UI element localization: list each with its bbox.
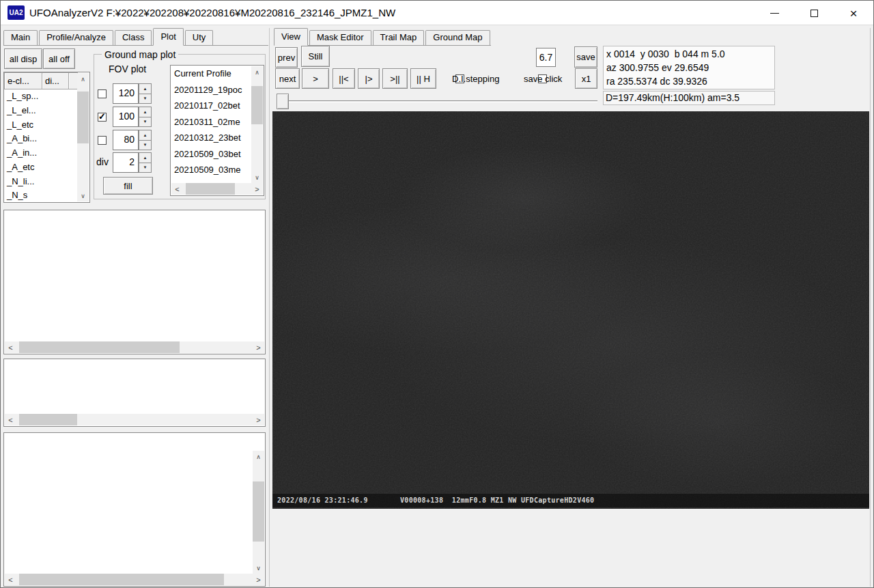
tab-view[interactable]: View <box>274 28 308 46</box>
panel-divider <box>269 28 270 587</box>
scroll-thumb[interactable] <box>186 183 235 195</box>
div-spinner-down-icon[interactable]: ▼ <box>139 163 152 173</box>
scroll-right-icon[interactable]: > <box>251 183 263 195</box>
fov-value-field[interactable]: 80 <box>113 130 139 150</box>
scroll-thumb[interactable] <box>19 574 224 585</box>
scroll-down-icon[interactable]: ∨ <box>77 190 89 201</box>
clip-table: ∧ ∨ < > <box>3 432 266 587</box>
clip-table-hscrollbar[interactable]: < > <box>5 574 264 585</box>
fov-value-field[interactable]: 120 <box>113 83 139 104</box>
distance-readout: D=197.49km(H:100km) am=3.5 <box>603 91 775 105</box>
tab-main[interactable]: Main <box>3 30 38 45</box>
scroll-left-icon[interactable]: < <box>5 574 16 585</box>
scroll-up-icon[interactable]: ∧ <box>253 451 264 462</box>
tab-profile-analyze[interactable]: Profile/Analyze <box>39 30 113 45</box>
to-start-button[interactable]: ||< <box>333 68 355 89</box>
profile-item[interactable]: 20201129_19poc <box>171 82 264 98</box>
scroll-down-icon[interactable]: ∨ <box>251 171 263 183</box>
scroll-track[interactable] <box>183 183 251 195</box>
column-header-eclass[interactable]: e-cl... <box>4 72 42 89</box>
x1-zoom-button[interactable]: x1 <box>575 68 597 89</box>
readout-azev: az 300.9755 ev 29.6549 <box>606 61 774 74</box>
code-table-hscrollbar[interactable]: < > <box>5 341 264 353</box>
title-bar[interactable]: UA2 UFOAnalyzerV2 F:¥2022¥202208¥2022081… <box>1 1 873 25</box>
readout-radc: ra 235.5374 dc 39.9326 <box>606 74 774 88</box>
profile-item[interactable]: 20210509_03bet <box>171 146 264 163</box>
s-value-field[interactable]: 6.7 <box>536 48 556 67</box>
scroll-left-icon[interactable]: < <box>5 414 16 425</box>
scroll-track[interactable] <box>253 462 264 562</box>
all-disp-button[interactable]: all disp <box>4 48 42 69</box>
tab-mask-editor[interactable]: Mask Editor <box>309 30 371 45</box>
fov-spinner-down-icon[interactable]: ▼ <box>139 117 152 128</box>
tab-ground-map[interactable]: Ground Map <box>425 30 490 45</box>
class-list-scrollbar[interactable]: ∧ ∨ <box>77 73 89 201</box>
fov-spinner-up-icon[interactable]: ▲ <box>139 107 152 117</box>
profile-item[interactable]: Current Profile <box>171 66 264 82</box>
minimize-button[interactable] <box>759 1 790 25</box>
fov-value-field[interactable]: 100 <box>113 107 139 127</box>
hold-button[interactable]: || H <box>410 68 436 89</box>
class-table-hscrollbar[interactable]: < > <box>5 414 264 425</box>
scroll-thumb[interactable] <box>253 481 264 542</box>
scroll-right-icon[interactable]: > <box>253 574 264 585</box>
position-readout: x 0014 y 0030 b 044 m 5.0 az 300.9755 ev… <box>603 46 775 89</box>
maximize-button[interactable] <box>798 1 830 25</box>
frame-slider-thumb[interactable] <box>277 94 289 109</box>
profile-item[interactable]: 20210312_23bet <box>171 130 264 146</box>
video-frame[interactable]: 2022/08/16 23:21:46.9 V00008+138 12mmF0.… <box>272 111 869 509</box>
frame-slider-track[interactable] <box>277 100 597 102</box>
clip-table-vscrollbar[interactable]: ∧ ∨ <box>253 451 264 574</box>
fov-spinner-down-icon[interactable]: ▼ <box>139 94 152 104</box>
fov-checkbox[interactable] <box>98 89 107 98</box>
profile-item[interactable]: 20210311_02me <box>171 114 264 130</box>
readout-xy: x 0014 y 0030 b 044 m 5.0 <box>606 47 774 61</box>
fov-spinner: ▲▼ <box>139 83 152 104</box>
scroll-up-icon[interactable]: ∧ <box>251 66 263 78</box>
tab-trail-map[interactable]: Trail Map <box>373 30 425 45</box>
scroll-track[interactable] <box>251 78 263 171</box>
step-forward-button[interactable]: |> <box>358 68 380 89</box>
scroll-down-icon[interactable]: ∨ <box>253 562 264 574</box>
play-button[interactable]: > <box>302 68 329 89</box>
column-header-di[interactable]: di... <box>42 72 69 89</box>
fov-spinner: ▲▼ <box>139 107 152 127</box>
scroll-right-icon[interactable]: > <box>253 414 264 425</box>
fov-checkbox[interactable] <box>98 113 107 122</box>
close-button[interactable]: × <box>838 1 869 25</box>
div-spinner-up-icon[interactable]: ▲ <box>139 152 152 163</box>
scroll-thumb[interactable] <box>19 414 77 425</box>
di-stepping-label: D.I.stepping <box>452 74 499 84</box>
scroll-track[interactable] <box>16 341 253 353</box>
fov-checkbox[interactable] <box>98 136 107 145</box>
to-end-button[interactable]: >|| <box>382 68 408 89</box>
prev-button[interactable]: prev <box>275 47 298 68</box>
scroll-up-icon[interactable]: ∧ <box>77 73 89 85</box>
scroll-left-icon[interactable]: < <box>5 341 16 353</box>
scroll-thumb[interactable] <box>19 341 180 353</box>
toolbar-checkboxes <box>333 46 537 68</box>
div-value[interactable]: 2 <box>113 152 139 173</box>
next-button[interactable]: next <box>275 68 300 89</box>
profile-item[interactable]: 20210117_02bet <box>171 98 264 114</box>
scroll-thumb[interactable] <box>251 86 263 124</box>
profile-list-vscrollbar[interactable]: ∧ ∨ <box>251 66 263 183</box>
scroll-left-icon[interactable]: < <box>171 183 183 195</box>
scroll-track[interactable] <box>16 574 253 585</box>
scroll-track[interactable] <box>16 414 253 425</box>
profile-list-hscrollbar[interactable]: < > <box>171 183 263 195</box>
fov-spinner-down-icon[interactable]: ▼ <box>139 140 152 151</box>
all-off-button[interactable]: all off <box>43 48 75 69</box>
fill-button[interactable]: fill <box>103 177 153 195</box>
tab-class[interactable]: Class <box>115 30 152 45</box>
scroll-right-icon[interactable]: > <box>253 341 264 353</box>
profile-item[interactable]: 20210509_03me <box>171 162 264 178</box>
fov-spinner-up-icon[interactable]: ▲ <box>139 130 152 141</box>
save-button[interactable]: save <box>574 46 597 68</box>
scroll-thumb[interactable] <box>77 92 89 143</box>
scroll-track[interactable] <box>77 85 89 190</box>
tab-uty[interactable]: Uty <box>185 30 214 45</box>
tab-plot[interactable]: Plot <box>153 28 183 46</box>
fov-spinner-up-icon[interactable]: ▲ <box>139 83 152 94</box>
still-button[interactable]: Still <box>301 46 330 67</box>
